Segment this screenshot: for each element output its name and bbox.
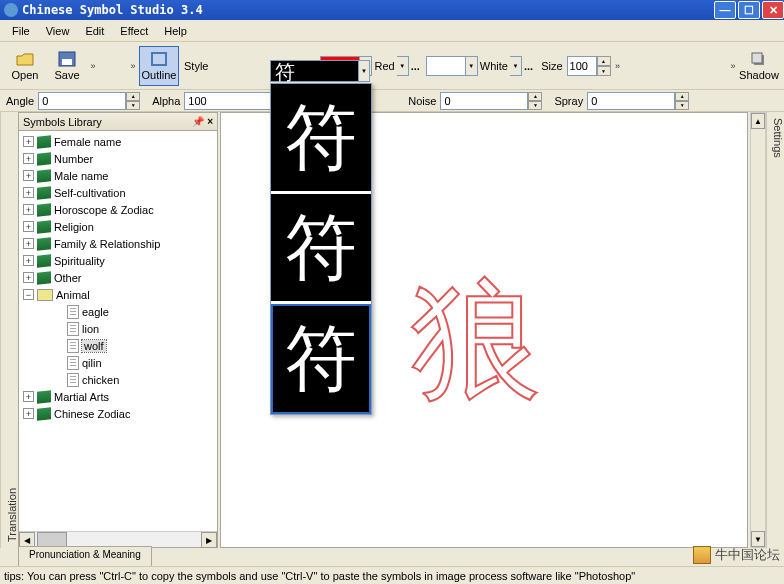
category-label[interactable]: Animal bbox=[56, 289, 90, 301]
expand-icon[interactable]: + bbox=[23, 408, 34, 419]
shadow-button[interactable]: Shadow bbox=[739, 46, 779, 86]
symbol-item[interactable]: eagle bbox=[82, 306, 109, 318]
expand-icon[interactable]: + bbox=[23, 170, 34, 181]
spray-input[interactable] bbox=[587, 92, 675, 110]
chevron-down-icon[interactable]: ▼ bbox=[510, 56, 522, 76]
symbol-tree[interactable]: +Female name+Number+Male name+Self-culti… bbox=[19, 131, 217, 531]
toolbar-overflow-3[interactable]: » bbox=[613, 61, 623, 71]
spray-label: Spray bbox=[554, 95, 583, 107]
book-icon bbox=[37, 135, 51, 148]
toolbar-overflow-4[interactable]: » bbox=[728, 61, 738, 71]
color1-more-button[interactable]: ... bbox=[409, 60, 422, 72]
category-label[interactable]: Female name bbox=[54, 136, 121, 148]
menu-help[interactable]: Help bbox=[156, 23, 195, 39]
page-icon bbox=[67, 322, 79, 336]
category-label[interactable]: Religion bbox=[54, 221, 94, 233]
close-button[interactable]: ✕ bbox=[762, 1, 784, 19]
outline-button[interactable]: Outline bbox=[139, 46, 179, 86]
color2-more-button[interactable]: ... bbox=[522, 60, 535, 72]
pronunciation-meaning-tab[interactable]: Pronunciation & Meaning bbox=[18, 546, 152, 566]
status-bar: tips: You can press "Ctrl-C" to copy the… bbox=[0, 566, 784, 584]
save-button[interactable]: Save bbox=[47, 46, 87, 86]
menu-bar: File View Edit Effect Help bbox=[0, 20, 784, 42]
title-bar: Chinese Symbol Studio 3.4 — ☐ ✕ bbox=[0, 0, 784, 20]
expand-icon[interactable]: + bbox=[23, 238, 34, 249]
category-label[interactable]: Martial Arts bbox=[54, 391, 109, 403]
expand-icon[interactable]: + bbox=[23, 391, 34, 402]
noise-label: Noise bbox=[408, 95, 436, 107]
style-option-2[interactable]: 符 bbox=[271, 304, 371, 414]
size-input[interactable] bbox=[567, 56, 597, 76]
toolbar-overflow-1[interactable]: » bbox=[88, 61, 98, 71]
book-icon bbox=[37, 271, 51, 284]
maximize-button[interactable]: ☐ bbox=[738, 1, 760, 19]
minimize-button[interactable]: — bbox=[714, 1, 736, 19]
book-icon bbox=[37, 220, 51, 233]
book-icon bbox=[37, 186, 51, 199]
svg-rect-3 bbox=[152, 53, 166, 65]
svg-rect-2 bbox=[62, 59, 72, 65]
color2-name: White bbox=[478, 60, 510, 72]
style-option-0[interactable]: 符 bbox=[271, 84, 371, 194]
category-label[interactable]: Self-cultivation bbox=[54, 187, 126, 199]
open-button[interactable]: Open bbox=[5, 46, 45, 86]
expand-icon[interactable]: + bbox=[23, 204, 34, 215]
save-disk-icon bbox=[58, 51, 76, 67]
app-icon bbox=[4, 3, 18, 17]
style-option-1[interactable]: 符 bbox=[271, 194, 371, 304]
chevron-down-icon: ▼ bbox=[466, 56, 478, 76]
expand-icon[interactable]: + bbox=[23, 153, 34, 164]
symbols-library-panel: Symbols Library 📌 × +Female name+Number+… bbox=[18, 112, 218, 548]
toolbar: Open Save » » Outline Style ▼ Red ▼ ... … bbox=[0, 42, 784, 90]
menu-effect[interactable]: Effect bbox=[112, 23, 156, 39]
expand-icon[interactable]: + bbox=[23, 255, 34, 266]
angle-label: Angle bbox=[6, 95, 34, 107]
menu-file[interactable]: File bbox=[4, 23, 38, 39]
category-label[interactable]: Other bbox=[54, 272, 82, 284]
expand-icon[interactable]: + bbox=[23, 187, 34, 198]
symbol-item[interactable]: qilin bbox=[82, 357, 102, 369]
toolbar-overflow-2[interactable]: » bbox=[128, 61, 138, 71]
symbol-item[interactable]: chicken bbox=[82, 374, 119, 386]
tree-h-scrollbar[interactable]: ◀▶ bbox=[19, 531, 217, 547]
expand-icon[interactable]: + bbox=[23, 221, 34, 232]
panel-close-button[interactable]: × bbox=[207, 116, 213, 127]
alpha-input[interactable] bbox=[184, 92, 272, 110]
noise-spinner[interactable]: ▲▼ bbox=[528, 92, 542, 110]
page-icon bbox=[67, 356, 79, 370]
angle-spinner[interactable]: ▲▼ bbox=[126, 92, 140, 110]
symbol-item[interactable]: wolf bbox=[82, 340, 106, 352]
category-label[interactable]: Male name bbox=[54, 170, 108, 182]
chevron-down-icon[interactable]: ▼ bbox=[358, 60, 370, 82]
category-label[interactable]: Chinese Zodiac bbox=[54, 408, 130, 420]
translation-tab[interactable]: Translation bbox=[0, 112, 18, 548]
param-row: Angle ▲▼ Alpha ▲▼ Noise ▲▼ Spray ▲▼ bbox=[0, 90, 784, 112]
settings-tab[interactable]: Settings bbox=[766, 112, 784, 548]
svg-marker-0 bbox=[17, 54, 33, 65]
angle-input[interactable] bbox=[38, 92, 126, 110]
book-icon bbox=[37, 390, 51, 403]
category-label[interactable]: Number bbox=[54, 153, 93, 165]
book-icon bbox=[37, 169, 51, 182]
symbol-item[interactable]: lion bbox=[82, 323, 99, 335]
category-label[interactable]: Spirituality bbox=[54, 255, 105, 267]
style-combo[interactable]: 符 ▼ bbox=[270, 60, 370, 82]
book-icon bbox=[37, 237, 51, 250]
menu-view[interactable]: View bbox=[38, 23, 78, 39]
expand-icon[interactable]: + bbox=[23, 136, 34, 147]
color2-control[interactable]: ▼ White ▼ ... bbox=[426, 56, 535, 76]
menu-edit[interactable]: Edit bbox=[77, 23, 112, 39]
spray-spinner[interactable]: ▲▼ bbox=[675, 92, 689, 110]
category-label[interactable]: Horoscope & Zodiac bbox=[54, 204, 154, 216]
pin-icon[interactable]: 📌 bbox=[192, 116, 204, 127]
canvas-v-scrollbar[interactable]: ▲▼ bbox=[750, 112, 766, 548]
size-spinner[interactable]: ▲▼ bbox=[597, 56, 611, 76]
category-label[interactable]: Family & Relationship bbox=[54, 238, 160, 250]
main-glyph: 狼 bbox=[411, 253, 541, 429]
noise-input[interactable] bbox=[440, 92, 528, 110]
size-label: Size bbox=[541, 60, 562, 72]
expand-icon[interactable]: + bbox=[23, 272, 34, 283]
collapse-icon[interactable]: − bbox=[23, 289, 34, 300]
page-icon bbox=[67, 339, 79, 353]
chevron-down-icon[interactable]: ▼ bbox=[397, 56, 409, 76]
